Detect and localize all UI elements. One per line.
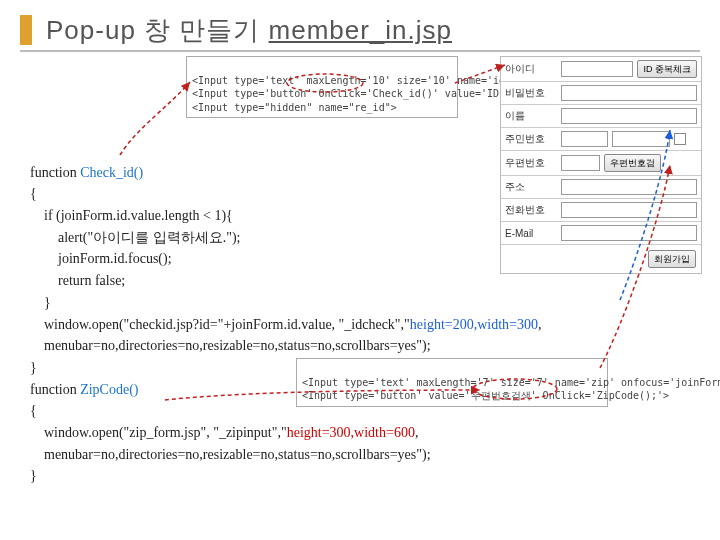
label-name: 이름 bbox=[505, 109, 557, 123]
cl02: { bbox=[30, 186, 37, 201]
cl08a: window.open("checkid.jsp?id="+joinForm.i… bbox=[30, 317, 410, 332]
cl10: } bbox=[30, 360, 37, 375]
cl14: menubar=no,directories=no,resizable=no,s… bbox=[30, 447, 431, 462]
slide-title-bar: Pop-up 창 만들기 member_in.jsp bbox=[20, 10, 700, 52]
cl08b: , bbox=[538, 317, 542, 332]
code-block-main: function Check_id() { if (joinForm.id.va… bbox=[30, 140, 690, 487]
code-snippet-bottom: <Input type='text' maxLength='7' size='7… bbox=[296, 358, 608, 407]
cl09: menubar=no,directories=no,resizable=no,s… bbox=[30, 338, 431, 353]
fn-checkid: Check_id() bbox=[80, 165, 143, 180]
cl03: if (joinForm.id.value.length < 1){ bbox=[30, 208, 233, 223]
cl12: { bbox=[30, 403, 37, 418]
snippet-top-l3: <Input type="hidden" name="re_id"> bbox=[192, 102, 397, 113]
cl13b: , bbox=[415, 425, 419, 440]
cl13a: window.open("zip_form.jsp", "_zipinput",… bbox=[30, 425, 287, 440]
hl-windowopt-2: height=300,width=600 bbox=[287, 425, 415, 440]
input-name[interactable] bbox=[561, 108, 697, 124]
cl05: joinForm.id.focus(); bbox=[30, 251, 172, 266]
title-accent bbox=[20, 15, 32, 45]
input-password[interactable] bbox=[561, 85, 697, 101]
title-filename: member_in.jsp bbox=[269, 15, 453, 45]
title-part1: Pop-up 창 만들기 bbox=[46, 15, 269, 45]
snippet-top-l1: <Input type='text' maxLength='10' size='… bbox=[192, 75, 517, 86]
snippet-bottom-l2: <Input type='button' value='우편번호검색' OnCl… bbox=[302, 390, 669, 401]
form-row-password: 비밀번호 bbox=[501, 82, 701, 105]
label-password: 비밀번호 bbox=[505, 86, 557, 100]
code-snippet-top: <Input type='text' maxLength='10' size='… bbox=[186, 56, 458, 118]
cl06: return false; bbox=[30, 273, 125, 288]
cl04: alert("아이디를 입력하세요."); bbox=[30, 230, 241, 245]
cl01a: function bbox=[30, 165, 80, 180]
hl-windowopt-1: height=200,width=300 bbox=[410, 317, 538, 332]
cl11a: function bbox=[30, 382, 80, 397]
label-id: 아이디 bbox=[505, 62, 557, 76]
cl15: } bbox=[30, 468, 37, 483]
snippet-bottom-l1: <Input type='text' maxLength='7' size='7… bbox=[302, 377, 720, 388]
form-row-name: 이름 bbox=[501, 105, 701, 128]
slide-title: Pop-up 창 만들기 member_in.jsp bbox=[46, 13, 452, 48]
cl07: } bbox=[30, 295, 51, 310]
input-id[interactable] bbox=[561, 61, 633, 77]
fn-zipcode: ZipCode() bbox=[80, 382, 138, 397]
id-dup-check-button[interactable]: ID 중복체크 bbox=[637, 60, 697, 78]
form-row-id: 아이디 ID 중복체크 bbox=[501, 57, 701, 82]
